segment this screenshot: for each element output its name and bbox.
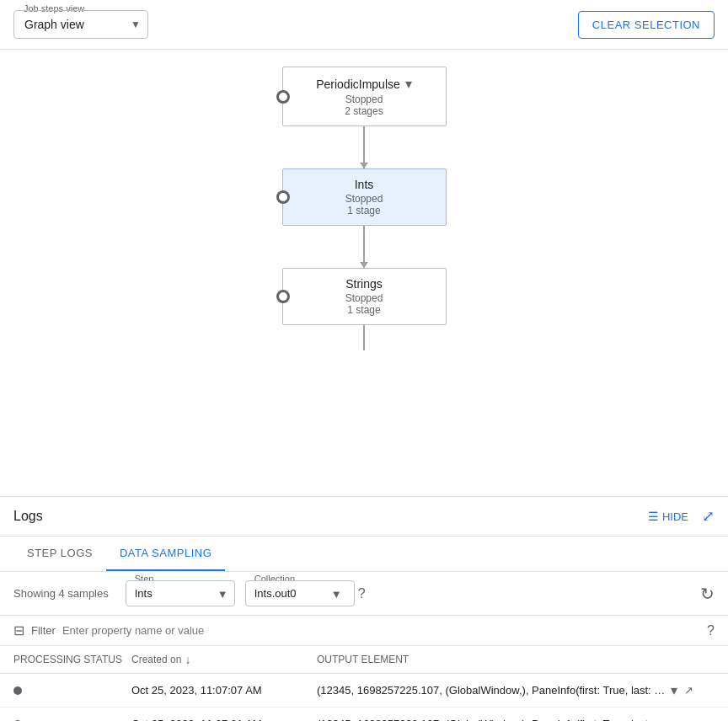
row-open-button[interactable]: ↗ (684, 718, 693, 721)
col-header-created[interactable]: Created on ↓ (131, 653, 317, 666)
filter-row: ⊟ Filter ? (0, 616, 728, 646)
logs-panel: Logs ☰ HIDE ⤢ STEP LOGS DATA SAMPLING Sh… (0, 496, 728, 721)
row-open-button[interactable]: ↗ (684, 684, 693, 697)
job-steps-view-wrapper: Job steps view Graph view ▼ (13, 10, 148, 39)
connector-3 (363, 325, 365, 350)
chevron-down-icon[interactable]: ▾ (405, 76, 412, 92)
row-expand-button[interactable]: ▾ (671, 716, 677, 721)
sort-icon: ↓ (185, 653, 190, 666)
filter-help-icon[interactable]: ? (707, 623, 715, 638)
col-header-status: Processing status (13, 654, 131, 665)
tabs-bar: STEP LOGS DATA SAMPLING (0, 537, 728, 572)
node-stages-periodic-impulse: 2 stages (295, 105, 434, 117)
filter-controls: Showing 4 samples Step Ints ▼ Collection… (0, 572, 728, 616)
node-strings[interactable]: Strings Stopped 1 stage (282, 268, 447, 325)
table-header: Processing status Created on ↓ Output el… (0, 646, 728, 674)
list-icon: ☰ (648, 510, 659, 523)
node-dot (276, 90, 290, 104)
showing-samples: Showing 4 samples (13, 587, 109, 600)
graph-view-select[interactable]: Graph view ▼ (13, 10, 148, 39)
graph-canvas: PeriodicImpulse ▾ Stopped 2 stages Ints … (153, 50, 575, 350)
table-row: Oct 25, 2023, 11:07:07 AM (12345, 169825… (0, 674, 728, 708)
cell-output-1: (12345, 1698257220.107, (GlobalWindow,),… (317, 718, 671, 721)
logs-header: Logs ☰ HIDE ⤢ (0, 497, 728, 537)
hide-button[interactable]: ☰ HIDE (648, 510, 688, 523)
cell-output-0: (12345, 1698257225.107, (GlobalWindow,),… (317, 684, 671, 697)
refresh-button[interactable]: ↻ (700, 584, 715, 604)
row-actions-1: ▾ ↗ (671, 716, 693, 721)
graph-area: PeriodicImpulse ▾ Stopped 2 stages Ints … (0, 50, 728, 496)
node-dot (276, 190, 290, 204)
table-body: Oct 25, 2023, 11:07:07 AM (12345, 169825… (0, 674, 728, 721)
tab-data-sampling[interactable]: DATA SAMPLING (106, 537, 225, 571)
connector-2 (363, 226, 365, 268)
node-status-strings: Stopped (295, 292, 434, 304)
tab-step-logs[interactable]: STEP LOGS (13, 537, 106, 571)
row-actions-0: ▾ ↗ (671, 682, 693, 698)
collection-select[interactable]: Ints.out0 (245, 580, 355, 606)
chevron-down-icon: ▼ (131, 19, 141, 30)
status-dot (13, 686, 22, 695)
node-stages-strings: 1 stage (295, 304, 434, 316)
table-row: Oct 25, 2023, 11:07:01 AM (12345, 169825… (0, 708, 728, 721)
connector-1 (363, 126, 365, 168)
expand-icon[interactable]: ⤢ (702, 507, 715, 526)
filter-label: Filter (31, 624, 56, 637)
node-dot (276, 290, 290, 303)
cell-created-1: Oct 25, 2023, 11:07:01 AM (131, 718, 317, 721)
node-periodic-impulse[interactable]: PeriodicImpulse ▾ Stopped 2 stages (282, 67, 447, 126)
step-select[interactable]: Ints (126, 580, 235, 606)
logs-title: Logs (13, 509, 43, 524)
node-status-periodic-impulse: Stopped (295, 93, 434, 105)
node-status-ints: Stopped (295, 193, 434, 205)
hide-label: HIDE (662, 510, 688, 523)
step-field-wrapper: Step Ints ▼ (126, 580, 235, 606)
toolbar: Job steps view Graph view ▼ CLEAR SELECT… (0, 0, 728, 50)
filter-icon: ⊟ (13, 622, 24, 638)
node-name-strings: Strings (345, 277, 383, 291)
row-expand-button[interactable]: ▾ (671, 682, 677, 698)
node-stages-ints: 1 stage (295, 205, 434, 216)
node-name-ints: Ints (355, 178, 374, 191)
cell-status-0 (13, 686, 131, 695)
node-ints[interactable]: Ints Stopped 1 stage (282, 168, 447, 226)
col-header-output: Output element (317, 654, 715, 665)
help-icon[interactable]: ? (358, 586, 366, 601)
filter-input[interactable] (62, 624, 700, 637)
graph-view-value: Graph view (24, 18, 84, 31)
collection-field-wrapper: Collection Ints.out0 ▼ ? (245, 580, 366, 606)
node-name-periodic-impulse: PeriodicImpulse (316, 77, 400, 91)
clear-selection-button[interactable]: CLEAR SELECTION (578, 11, 715, 39)
cell-created-0: Oct 25, 2023, 11:07:07 AM (131, 684, 317, 697)
